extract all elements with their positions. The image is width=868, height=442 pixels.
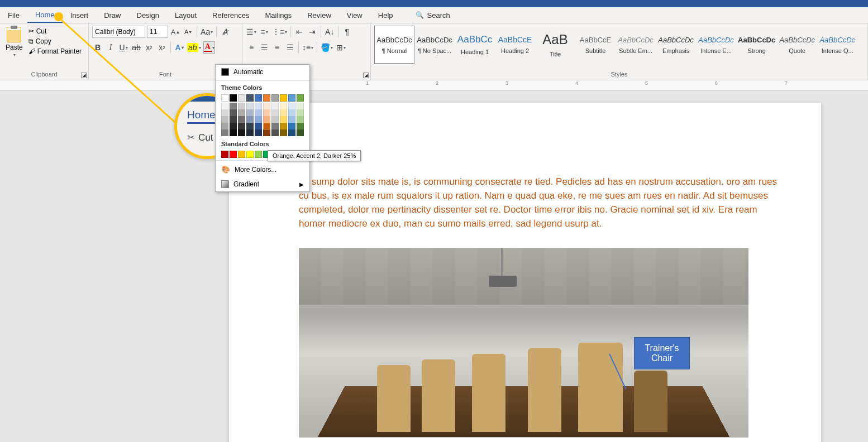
shade-swatch[interactable] [288,129,295,136]
shade-swatch[interactable] [297,123,304,129]
shade-swatch[interactable] [280,123,287,129]
shade-swatch[interactable] [271,129,279,136]
shade-swatch[interactable] [230,129,237,136]
shade-swatch[interactable] [230,103,237,109]
shade-swatch[interactable] [230,123,237,129]
shade-swatch[interactable] [288,103,295,109]
shade-swatch[interactable] [238,123,245,129]
tab-insert[interactable]: Insert [63,7,97,23]
justify-button[interactable]: ☰ [284,41,295,54]
tab-help[interactable]: Help [370,7,401,23]
shade-swatch[interactable] [297,103,304,109]
highlight-button[interactable]: ab▾ [187,41,202,54]
standard-swatch[interactable] [238,151,245,158]
theme-swatch[interactable] [263,94,270,102]
strikethrough-button[interactable]: ab [131,41,142,54]
style-quote[interactable]: AaBbCcDcQuote [777,26,817,64]
tab-references[interactable]: References [204,7,257,23]
shade-swatch[interactable] [255,103,262,109]
style-title[interactable]: AaBTitle [535,26,575,64]
tab-design[interactable]: Design [129,7,167,23]
shade-swatch[interactable] [271,103,279,109]
shade-swatch[interactable] [246,109,254,116]
shade-swatch[interactable] [288,116,295,123]
shade-swatch[interactable] [280,116,287,123]
style-strong[interactable]: AaBbCcDcStrong [736,26,777,64]
style-intense-e---[interactable]: AaBbCcDcIntense E... [696,26,736,64]
multilevel-list-button[interactable]: ⋮≡▾ [271,26,288,38]
document-image[interactable]: Trainer's Chair [299,248,748,438]
subscript-button[interactable]: x2 [144,41,155,54]
decrease-indent-button[interactable]: ⇤ [294,26,305,38]
shade-swatch[interactable] [238,116,245,123]
tab-review[interactable]: Review [299,7,339,23]
shade-swatch[interactable] [271,116,279,123]
theme-swatch[interactable] [230,94,237,102]
shade-swatch[interactable] [297,109,304,116]
shade-swatch[interactable] [230,109,237,116]
tab-layout[interactable]: Layout [167,7,204,23]
copy-button[interactable]: ⧉Copy [27,37,83,46]
image-callout[interactable]: Trainer's Chair [634,337,690,369]
shade-swatch[interactable] [263,109,270,116]
theme-swatch[interactable] [288,94,295,102]
change-case-button[interactable]: Aa▾ [200,26,213,38]
theme-swatch[interactable] [271,94,279,102]
shade-swatch[interactable] [255,129,262,136]
shade-swatch[interactable] [238,103,245,109]
align-center-button[interactable]: ☰ [259,41,270,54]
shade-swatch[interactable] [255,116,262,123]
shade-swatch[interactable] [221,103,228,109]
increase-indent-button[interactable]: ⇥ [307,26,318,38]
clipboard-dialog-launcher[interactable]: ◢ [81,73,87,78]
shade-swatch[interactable] [230,116,237,123]
shade-swatch[interactable] [221,129,228,136]
standard-swatch[interactable] [230,151,237,158]
style-intense-q---[interactable]: AaBbCcDcIntense Q... [817,26,857,64]
shade-swatch[interactable] [221,109,228,116]
grow-font-button[interactable]: A▲ [170,26,181,38]
shade-swatch[interactable] [297,116,304,123]
text-effects-button[interactable]: A▾ [174,41,185,54]
theme-swatch[interactable] [246,94,254,102]
shading-button[interactable]: 🪣▾ [320,41,333,54]
gradient-item[interactable]: Gradient ▶ [216,177,309,191]
shrink-font-button[interactable]: A▼ [183,26,194,38]
theme-swatch[interactable] [255,94,262,102]
tab-mailings[interactable]: Mailings [257,7,300,23]
shade-swatch[interactable] [246,123,254,129]
automatic-color-item[interactable]: Automatic [216,65,309,79]
shade-swatch[interactable] [280,129,287,136]
shade-swatch[interactable] [263,116,270,123]
shade-swatch[interactable] [271,123,279,129]
search-tab[interactable]: 🔍Search [408,7,458,23]
standard-swatch[interactable] [221,151,228,158]
shade-swatch[interactable] [280,103,287,109]
show-marks-button[interactable]: ¶ [341,26,352,38]
standard-swatch[interactable] [255,151,262,158]
shade-swatch[interactable] [221,116,228,123]
borders-button[interactable]: ⊞▾ [335,41,346,54]
theme-swatch[interactable] [221,94,228,102]
tab-view[interactable]: View [339,7,370,23]
format-painter-button[interactable]: 🖌Format Painter [27,47,83,56]
theme-swatch[interactable] [238,94,245,102]
style---no-spac---[interactable]: AaBbCcDc¶ No Spac... [414,26,455,64]
style---normal[interactable]: AaBbCcDc¶ Normal [374,26,414,64]
tab-draw[interactable]: Draw [96,7,128,23]
style-heading-1[interactable]: AaBbCcHeading 1 [455,26,495,64]
styles-gallery[interactable]: AaBbCcDc¶ NormalAaBbCcDc¶ No Spac...AaBb… [374,26,857,66]
standard-swatch[interactable] [246,151,254,158]
shade-swatch[interactable] [246,103,254,109]
shade-swatch[interactable] [255,109,262,116]
shade-swatch[interactable] [288,123,295,129]
style-emphasis[interactable]: AaBbCcDcEmphasis [656,26,696,64]
shade-swatch[interactable] [271,109,279,116]
theme-swatch[interactable] [280,94,287,102]
shade-swatch[interactable] [246,129,254,136]
style-subtle-em---[interactable]: AaBbCcDcSubtle Em... [616,26,656,64]
paragraph-dialog-launcher[interactable]: ◢ [363,73,369,78]
bullets-button[interactable]: ☰▾ [246,26,257,38]
underline-button[interactable]: U▾ [118,41,129,54]
shade-swatch[interactable] [246,116,254,123]
